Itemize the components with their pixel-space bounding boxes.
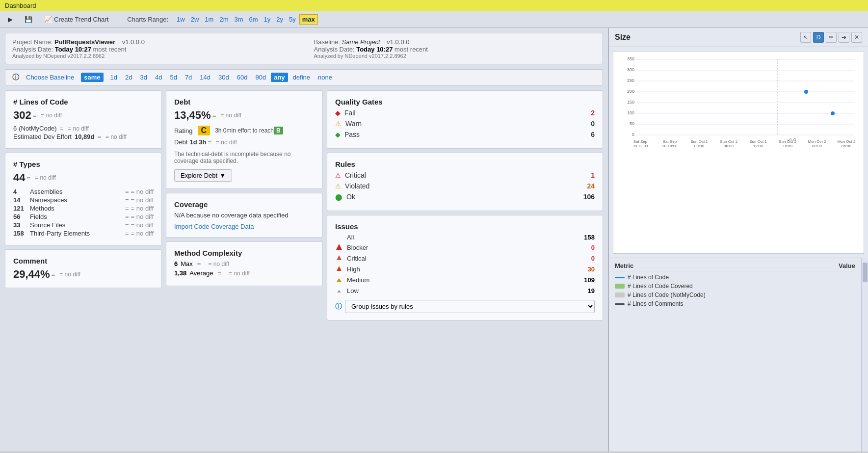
baseline-period-5d[interactable]: 5d [167, 73, 180, 82]
gate-pass: ◆ Pass 6 [335, 131, 595, 138]
comment-title: Comment [13, 257, 154, 265]
choose-baseline-button[interactable]: Choose Baseline [23, 73, 77, 82]
close-button[interactable]: ✕ [851, 32, 862, 43]
range-btn-2w[interactable]: 2w [188, 14, 202, 25]
type-row-assemblies: 4Assemblies== no diff [13, 188, 154, 195]
loc-value-row: 302 = = no diff [13, 109, 154, 122]
baseline-period-2d[interactable]: 2d [122, 73, 135, 82]
range-btn-max[interactable]: max [299, 14, 318, 25]
col1: # Lines of Code 302 = = no diff 6 (NotMy… [5, 90, 162, 320]
baseline-period-buttons: 1d2d3d4d5d7d14d30d60d90danydefinenone [107, 73, 335, 82]
issue-blocker-count: 0 [575, 244, 595, 251]
issues-card: Issues All 158 Blocker 0 [327, 215, 603, 320]
svg-text:Sun Oct 1: Sun Oct 1 [749, 139, 767, 144]
blocker-icon [335, 243, 343, 252]
info-icon: ⓘ [12, 73, 19, 82]
gate-fail: ◆ Fail 2 [335, 109, 595, 117]
ok-count: 106 [583, 193, 595, 201]
toolbar: ▶ 💾 📈 Create Trend Chart Charts Range: 1… [0, 11, 868, 28]
import-coverage-link[interactable]: Import Code Coverage Data [174, 223, 254, 230]
baseline-section: Baseline: Same Project v1.0.0.0 Analysis… [314, 38, 596, 59]
baseline-period-define[interactable]: define [290, 73, 313, 82]
title-bar-label: Dashboard [5, 2, 36, 9]
baseline-period-any[interactable]: any [271, 73, 288, 82]
svg-marker-2 [337, 266, 342, 271]
baseline-period-90d[interactable]: 90d [252, 73, 269, 82]
forward-icon: ➔ [842, 34, 846, 41]
fail-icon: ◆ [335, 109, 341, 117]
create-trend-chart-button[interactable]: 📈 Create Trend Chart [41, 15, 111, 24]
play-button[interactable]: ▶ [5, 15, 16, 24]
save-icon: 💾 [25, 16, 32, 23]
baseline-period-60d[interactable]: 60d [234, 73, 251, 82]
range-btn-1m[interactable]: 1m [202, 14, 216, 25]
loc-title: # Lines of Code [13, 98, 154, 106]
complexity-avg-row: 1,38 Average = = no diff [174, 269, 315, 277]
coverage-title: Coverage [174, 200, 315, 209]
baseline-period-7d[interactable]: 7d [182, 73, 195, 82]
project-name: PullRequestsViewer [54, 38, 115, 46]
type-row-methods: 121Methods== no diff [13, 205, 154, 212]
debt-rating-row: Rating C 3h 0min effort to reach B [174, 126, 315, 135]
scrollbar[interactable] [861, 258, 868, 452]
comment-card: Comment 29,44% = = no diff [5, 249, 162, 288]
critical-icon: ⚠ [335, 172, 341, 179]
svg-marker-1 [337, 255, 342, 260]
svg-text:50: 50 [630, 121, 634, 126]
save-button[interactable]: 💾 [22, 15, 35, 24]
baseline-analysis-row: Analysis Date: Today 10:27 most recent [314, 46, 596, 53]
chart-title: Size [615, 33, 631, 42]
issue-high-count: 30 [575, 266, 595, 273]
legend-item-3: # Lines of Comments [615, 300, 855, 307]
range-btn-2y[interactable]: 2y [274, 14, 286, 25]
issue-low-icon [335, 287, 343, 295]
forward-button[interactable]: ➔ [839, 32, 849, 43]
quality-gates-title: Quality Gates [335, 98, 595, 106]
play-icon: ▶ [8, 16, 13, 23]
range-btn-1y[interactable]: 1y [262, 14, 273, 25]
group-issues-select[interactable]: Group issues by rules [345, 300, 595, 313]
same-baseline-button[interactable]: same [81, 73, 103, 82]
coverage-na: N/A because no coverage data specified [174, 212, 315, 219]
range-btn-5y[interactable]: 5y [287, 14, 298, 25]
warn-icon: ⚠ [335, 120, 342, 128]
rule-ok: ⬤ Ok 106 [335, 193, 595, 201]
issue-blocker: Blocker 0 [335, 243, 595, 252]
svg-point-21 [804, 90, 808, 94]
svg-text:200: 200 [627, 89, 634, 94]
range-btn-2m[interactable]: 2m [217, 14, 231, 25]
svg-text:00:00: 00:00 [812, 144, 822, 148]
metrics-columns: # Lines of Code 302 = = no diff 6 (NotMy… [5, 90, 603, 320]
baseline-version: v1.0.0.0 [387, 38, 409, 46]
svg-text:100: 100 [627, 110, 634, 115]
estimated-dev-row: Estimated Dev Effort 10,89d = = no diff [13, 133, 154, 140]
baseline-period-1d[interactable]: 1d [107, 73, 120, 82]
type-row-source-files: 33Source Files== no diff [13, 221, 154, 229]
baseline-period-14d[interactable]: 14d [197, 73, 213, 82]
baseline-period-30d[interactable]: 30d [215, 73, 232, 82]
group-info-icon: ⓘ [335, 302, 342, 311]
explore-debt-button[interactable]: Explore Debt ▼ [174, 169, 232, 182]
rule-critical: ⚠ Critical 1 [335, 171, 595, 179]
loc-notmycode-diff: = no diff [68, 125, 89, 132]
legend-area-container: Metric Value # Lines of Code# Lines of C… [609, 258, 868, 452]
baseline-period-3d[interactable]: 3d [137, 73, 150, 82]
cursor-button[interactable]: ↖ [800, 32, 811, 43]
group-dropdown-row: ⓘ Group issues by rules [335, 300, 595, 313]
right-panel: Size ↖ D ✏ ➔ ✕ [608, 28, 868, 452]
baseline-period-none[interactable]: none [315, 73, 335, 82]
chart-type-button[interactable]: D [813, 32, 824, 43]
edit-button[interactable]: ✏ [826, 32, 837, 43]
range-btn-6m[interactable]: 6m [247, 14, 261, 25]
types-value: 44 [13, 171, 25, 184]
baseline-row: Baseline: Same Project v1.0.0.0 [314, 38, 596, 46]
range-btn-1w[interactable]: 1w [174, 14, 187, 25]
charts-range-label: Charts Range: [127, 16, 168, 23]
trend-icon: 📈 [44, 16, 52, 23]
type-row-namespaces: 14Namespaces== no diff [13, 196, 154, 204]
range-btn-3m[interactable]: 3m [232, 14, 245, 25]
baseline-period-4d[interactable]: 4d [152, 73, 165, 82]
quality-gates-card: Quality Gates ◆ Fail 2 ⚠ Warn 0 ◆ Pass [327, 90, 603, 149]
svg-text:Sat Sep: Sat Sep [663, 139, 677, 144]
legend-header: Metric Value [615, 262, 855, 272]
